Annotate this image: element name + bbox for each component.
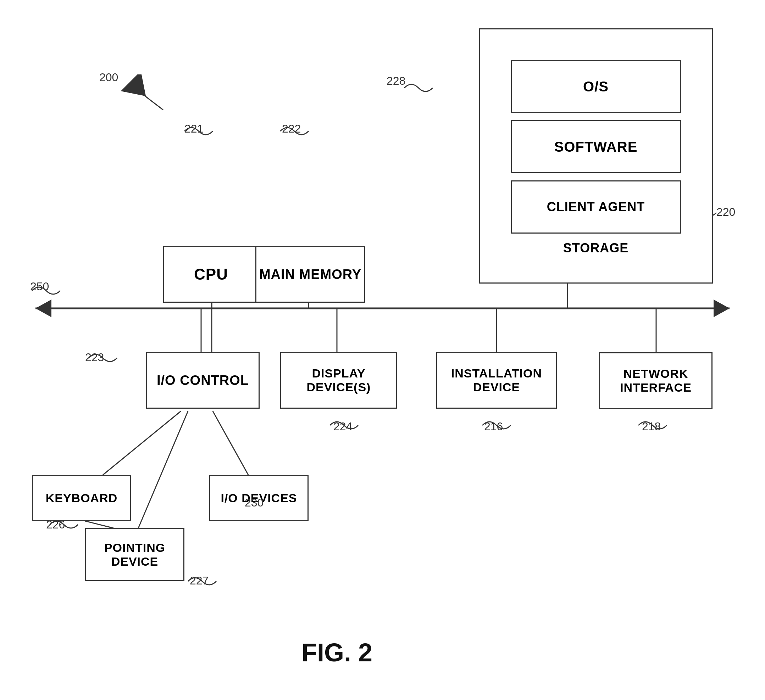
network-interface-box: NETWORK INTERFACE xyxy=(599,352,713,409)
os-label: O/S xyxy=(583,78,609,95)
fig-caption: FIG. 2 xyxy=(301,638,372,667)
installation-device-label: INSTALLATION DEVICE xyxy=(451,366,542,394)
ref-250: 250 xyxy=(30,280,49,293)
pointing-device-label: POINTING DEVICE xyxy=(104,541,165,568)
keyboard-box: KEYBOARD xyxy=(32,475,131,521)
software-label: SOFTWARE xyxy=(554,139,638,155)
display-devices-label: DISPLAY DEVICE(S) xyxy=(307,366,371,394)
os-box: O/S xyxy=(511,60,681,113)
keyboard-label: KEYBOARD xyxy=(46,491,118,505)
svg-line-14 xyxy=(85,521,113,528)
io-control-label: I/O CONTROL xyxy=(157,373,249,388)
io-control-box: I/O CONTROL xyxy=(146,352,260,409)
ref-216: 216 xyxy=(484,420,503,433)
ref-230: 230 xyxy=(245,496,263,509)
storage-label: STORAGE xyxy=(480,237,712,259)
pointing-device-box: POINTING DEVICE xyxy=(85,528,184,581)
ref-226: 226 xyxy=(46,518,65,531)
ref-220: 220 xyxy=(716,206,735,219)
client-agent-label: CLIENT AGENT xyxy=(547,199,645,214)
ref-227: 227 xyxy=(190,574,209,587)
software-box: SOFTWARE xyxy=(511,120,681,173)
main-memory-label: MAIN MEMORY xyxy=(259,267,361,282)
svg-marker-1 xyxy=(35,300,52,317)
ref-218: 218 xyxy=(642,420,661,433)
cpu-label: CPU xyxy=(194,265,228,283)
ref-200: 200 xyxy=(99,71,118,84)
network-interface-label: NETWORK INTERFACE xyxy=(620,367,692,394)
storage-outer-box: O/S SOFTWARE CLIENT AGENT STORAGE xyxy=(479,28,713,284)
svg-marker-15 xyxy=(121,74,156,106)
installation-device-box: INSTALLATION DEVICE xyxy=(436,352,557,409)
svg-marker-2 xyxy=(713,300,730,317)
ref-223: 223 xyxy=(85,351,104,364)
ref-221: 221 xyxy=(184,122,203,135)
ref-200-arrow xyxy=(117,74,160,117)
display-devices-box: DISPLAY DEVICE(S) xyxy=(280,352,397,409)
ref-222: 222 xyxy=(282,122,301,135)
svg-line-11 xyxy=(103,411,181,475)
cpu-box: CPU xyxy=(163,246,259,303)
client-agent-box: CLIENT AGENT xyxy=(511,180,681,234)
svg-line-13 xyxy=(213,411,248,475)
ref-224: 224 xyxy=(334,420,352,433)
diagram: O/S SOFTWARE CLIENT AGENT STORAGE CPU MA… xyxy=(0,0,765,700)
main-memory-box: MAIN MEMORY xyxy=(255,246,365,303)
svg-line-12 xyxy=(139,411,188,528)
ref-228: 228 xyxy=(387,74,405,88)
